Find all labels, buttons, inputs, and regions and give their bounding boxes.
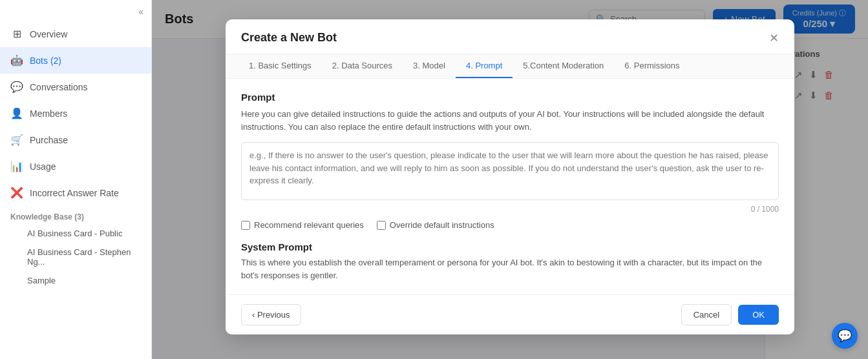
ok-button[interactable]: OK (738, 305, 779, 325)
sidebar-sub-item-2[interactable]: Sample (0, 271, 151, 290)
previous-button[interactable]: ‹ Previous (241, 304, 301, 325)
bots-icon: 🤖 (10, 54, 23, 67)
chat-bubble-button[interactable]: 💬 (832, 323, 858, 349)
sub-item-label-2: Sample (27, 276, 56, 285)
sidebar-item-bots[interactable]: 🤖 Bots (2) (0, 47, 151, 74)
purchase-icon: 🛒 (10, 134, 23, 146)
sidebar-item-label: Purchase (30, 135, 68, 145)
prompt-section-title: Prompt (241, 92, 779, 103)
ok-label: OK (752, 310, 765, 320)
tab-label-data-sources: 2. Data Sources (332, 61, 392, 70)
override-instructions-checkbox[interactable] (377, 221, 386, 230)
prompt-textarea[interactable] (241, 142, 779, 200)
tab-label-content-moderation: 5.Content Moderation (523, 61, 604, 70)
checkbox-row: Recommend relevant queries Override defa… (241, 220, 779, 230)
sidebar-item-label: Members (30, 108, 67, 119)
modal-close-button[interactable]: ✕ (769, 32, 779, 44)
tab-content-moderation[interactable]: 5.Content Moderation (513, 54, 614, 78)
system-prompt-desc: This is where you establish the overall … (241, 256, 779, 282)
previous-label: ‹ Previous (252, 310, 290, 320)
system-prompt-section: System Prompt This is where you establis… (241, 241, 779, 282)
modal-tabs: 1. Basic Settings 2. Data Sources 3. Mod… (226, 54, 794, 79)
modal-header: Create a New Bot ✕ (226, 19, 794, 54)
system-prompt-title: System Prompt (241, 241, 779, 252)
sidebar-item-conversations[interactable]: 💬 Conversations (0, 74, 151, 100)
sidebar-item-label: Conversations (30, 82, 88, 92)
sidebar-item-incorrect-answer-rate[interactable]: ❌ Incorrect Answer Rate (0, 180, 151, 206)
tab-label-basic-settings: 1. Basic Settings (249, 61, 312, 70)
incorrect-answer-icon: ❌ (10, 187, 23, 199)
prompt-char-count: 0 / 1000 (241, 205, 779, 214)
sidebar-content: ⊞ Overview 🤖 Bots (2) 💬 Conversations 👤 … (0, 21, 151, 359)
members-icon: 👤 (10, 107, 23, 119)
conversations-icon: 💬 (10, 81, 23, 93)
knowledge-base-section-title: Knowledge Base (3) (0, 206, 151, 224)
sidebar-sub-item-1[interactable]: AI Business Card - Stephen Ng... (0, 243, 151, 271)
tab-permissions[interactable]: 6. Permissions (614, 54, 690, 78)
sidebar-item-label: Incorrect Answer Rate (30, 188, 119, 198)
prompt-section-desc: Here you can give detailed instructions … (241, 108, 779, 133)
sidebar-toggle[interactable]: « (0, 0, 151, 21)
usage-icon: 📊 (10, 160, 23, 172)
tab-prompt[interactable]: 4. Prompt (456, 54, 513, 78)
collapse-icon: « (138, 6, 143, 17)
modal-title: Create a New Bot (241, 31, 337, 45)
recommend-queries-label: Recommend relevant queries (254, 220, 364, 230)
tab-model[interactable]: 3. Model (403, 54, 456, 78)
tab-label-model: 3. Model (413, 61, 445, 70)
prompt-section: Prompt Here you can give detailed instru… (241, 92, 779, 230)
sidebar-item-overview[interactable]: ⊞ Overview (0, 21, 151, 47)
recommend-queries-checkbox-label[interactable]: Recommend relevant queries (241, 220, 364, 230)
modal-body: Prompt Here you can give detailed instru… (226, 79, 794, 294)
sidebar-item-label: Usage (30, 161, 56, 172)
overview-icon: ⊞ (10, 28, 23, 40)
sidebar-sub-item-0[interactable]: AI Business Card - Public (0, 224, 151, 243)
tab-data-sources[interactable]: 2. Data Sources (322, 54, 403, 78)
tab-label-permissions: 6. Permissions (624, 61, 679, 70)
modal-overlay: Create a New Bot ✕ 1. Basic Settings 2. … (152, 0, 868, 359)
override-instructions-label: Override default instructions (390, 220, 494, 230)
main-content: Bots 🔍 + New Bot Credits (June) ⓘ 0/250 … (152, 0, 868, 359)
sub-item-label-0: AI Business Card - Public (27, 229, 122, 238)
sidebar-item-label: Overview (30, 29, 67, 39)
sub-item-label-1: AI Business Card - Stephen Ng... (27, 247, 131, 267)
sidebar-item-usage[interactable]: 📊 Usage (0, 153, 151, 180)
sidebar-item-label: Bots (2) (30, 56, 61, 66)
sidebar: « ⊞ Overview 🤖 Bots (2) 💬 Conversations … (0, 0, 152, 359)
tab-label-prompt: 4. Prompt (466, 61, 502, 70)
modal-footer: ‹ Previous Cancel OK (226, 294, 794, 334)
tab-basic-settings[interactable]: 1. Basic Settings (238, 54, 322, 78)
knowledge-base-title-label: Knowledge Base (3) (10, 212, 84, 221)
sidebar-item-members[interactable]: 👤 Members (0, 100, 151, 127)
override-instructions-checkbox-label[interactable]: Override default instructions (377, 220, 494, 230)
cancel-button[interactable]: Cancel (681, 304, 732, 325)
recommend-queries-checkbox[interactable] (241, 221, 250, 230)
footer-right: Cancel OK (681, 304, 779, 325)
chat-bubble-icon: 💬 (838, 329, 852, 343)
cancel-label: Cancel (693, 310, 719, 320)
create-bot-modal: Create a New Bot ✕ 1. Basic Settings 2. … (226, 19, 794, 334)
sidebar-item-purchase[interactable]: 🛒 Purchase (0, 127, 151, 153)
